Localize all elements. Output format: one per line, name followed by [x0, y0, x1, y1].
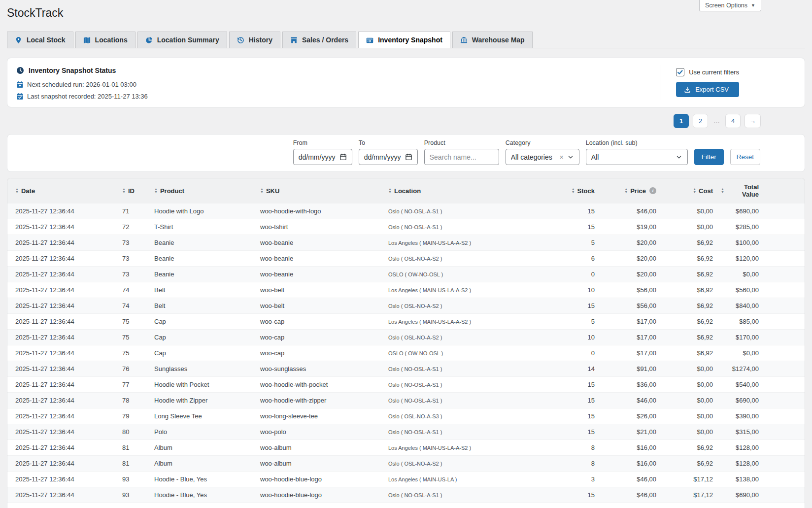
column-header-sku[interactable]: ▲▼SKU	[256, 178, 384, 203]
tab-locations[interactable]: Locations	[75, 32, 135, 48]
page-button-1[interactable]: 1	[674, 114, 689, 128]
calendar-icon[interactable]	[405, 153, 412, 161]
cell-location: Oslo ( OSL-NO-A-S2 )	[384, 298, 542, 314]
cell-sku: woo-album	[256, 456, 384, 472]
column-header-id[interactable]: ▲▼ID	[118, 178, 150, 203]
check-icon	[677, 69, 683, 75]
screen-options-button[interactable]: Screen Options ▼	[699, 0, 761, 11]
tab-inventory-snapshot[interactable]: Inventory Snapshot	[358, 32, 450, 48]
page-button-2[interactable]: 2	[693, 114, 708, 128]
sort-icon: ▲▼	[624, 188, 628, 194]
cell-product: Album	[150, 456, 256, 472]
cell-product: Beanie	[150, 267, 256, 282]
chevron-down-icon: ▼	[751, 3, 755, 8]
cell-product: Hoodie with Zipper	[150, 393, 256, 408]
cell-product: Hoodie with Logo	[150, 203, 256, 219]
table-body: 2025-11-27 12:36:4471Hoodie with Logowoo…	[7, 203, 805, 508]
to-date-input[interactable]: dd/mm/yyyy	[359, 149, 418, 165]
cell-date: 2025-11-27 12:36:44	[7, 314, 118, 330]
column-header-location[interactable]: ▲▼Location	[384, 178, 542, 203]
cell-date: 2025-11-27 12:36:44	[7, 472, 118, 487]
table-row: 2025-11-27 12:36:4474Beltwoo-beltOslo ( …	[7, 298, 805, 314]
export-csv-label: Export CSV	[695, 86, 729, 93]
column-header-product[interactable]: ▲▼Product	[150, 178, 256, 203]
export-section: Use current filters Export CSV	[661, 65, 739, 100]
cell-stock: 15	[542, 298, 599, 314]
from-date-value: dd/mm/yyyy	[299, 153, 336, 161]
cell-product: Beanie	[150, 235, 256, 251]
cell-product: Cap	[150, 314, 256, 330]
cell-date: 2025-11-27 12:36:44	[7, 298, 118, 314]
cell-sku: woo-belt	[256, 282, 384, 298]
cell-cost: $6,92	[660, 298, 717, 314]
inventory-snapshot-table-panel: ▲▼Date▲▼ID▲▼Product▲▼SKU▲▼Location▲▼Stoc…	[7, 178, 805, 508]
table-row: 2025-11-27 12:36:4474Beltwoo-beltLos Ang…	[7, 282, 805, 298]
cell-sku: woo-beanie	[256, 267, 384, 282]
filter-button[interactable]: Filter	[694, 149, 724, 165]
cell-date: 2025-11-27 12:36:44	[7, 361, 118, 377]
cell-total-value: $120,00	[717, 251, 805, 267]
cell-price: $16,00	[599, 440, 660, 456]
category-value: All categories	[511, 153, 556, 161]
cell-location: Los Angeles ( MAIN-US-LA-A-S2 )	[384, 235, 542, 251]
tab-local-stock[interactable]: Local Stock	[7, 32, 73, 48]
tab-sales-orders[interactable]: Sales / Orders	[282, 32, 356, 48]
reset-button[interactable]: Reset	[730, 149, 760, 165]
column-header-price[interactable]: ▲▼Pricei	[599, 178, 660, 203]
cell-cost: $6,92	[660, 267, 717, 282]
calendar-icon[interactable]	[339, 153, 347, 161]
cell-cost: $0,00	[660, 361, 717, 377]
cell-total-value: $840,00	[717, 298, 805, 314]
cell-stock: 6	[542, 251, 599, 267]
cell-sku: woo-hoodie-with-pocket	[256, 377, 384, 393]
cell-stock: 8	[542, 456, 599, 472]
cell-date: 2025-11-27 12:36:44	[7, 424, 118, 440]
next-page-button[interactable]: →	[744, 114, 761, 128]
cell-total-value: $230,00	[717, 503, 805, 508]
cell-stock: 15	[542, 377, 599, 393]
cell-location: Oslo ( OSL-NO-A-S2 )	[384, 251, 542, 267]
cell-total-value: $138,00	[717, 472, 805, 487]
tab-location-summary[interactable]: Location Summary	[137, 32, 227, 48]
cell-cost: $6,92	[660, 282, 717, 298]
table-row: 2025-11-27 12:36:4479Long Sleeve Teewoo-…	[7, 408, 805, 424]
clock-icon	[16, 67, 24, 74]
cell-total-value: $100,00	[717, 235, 805, 251]
tab-label: Warehouse Map	[472, 36, 525, 44]
cell-product: Hoodie - Blue, Yes	[150, 487, 256, 503]
tab-history[interactable]: History	[229, 32, 280, 48]
cell-sku: woo-tshirt	[256, 219, 384, 235]
table-row: 2025-11-27 12:36:4480Polowoo-poloOslo ( …	[7, 424, 805, 440]
tab-warehouse-map[interactable]: Warehouse Map	[452, 32, 533, 48]
cell-id: 93	[118, 472, 150, 487]
column-header-cost[interactable]: ▲▼Cost	[660, 178, 717, 203]
column-header-stock[interactable]: ▲▼Stock	[542, 178, 599, 203]
cell-location: OSLO ( OW-NO-OSL )	[384, 345, 542, 361]
cell-sku: woo-hoodie-with-logo	[256, 203, 384, 219]
cell-price: $17,00	[599, 345, 660, 361]
table-row: 2025-11-27 12:36:4481Albumwoo-albumOslo …	[7, 456, 805, 472]
cell-id: 75	[118, 345, 150, 361]
store-icon	[290, 36, 298, 44]
use-current-filters-checkbox[interactable]	[676, 68, 684, 76]
product-search-input[interactable]	[424, 149, 499, 165]
cell-date: 2025-11-27 12:36:44	[7, 377, 118, 393]
category-select[interactable]: All categories ×	[506, 149, 579, 165]
column-header-total-value[interactable]: ▲▼Total Value	[717, 178, 805, 203]
clear-icon[interactable]: ×	[560, 153, 564, 161]
cell-total-value: $560,00	[717, 282, 805, 298]
cell-location: Oslo ( NO-OSL-A-S1 )	[384, 361, 542, 377]
tab-label: Sales / Orders	[302, 36, 348, 44]
cell-sku: woo-hoodie-blue	[256, 503, 384, 508]
cell-stock: 5	[542, 235, 599, 251]
cell-cost: $6,92	[660, 456, 717, 472]
cell-date: 2025-11-27 12:36:44	[7, 330, 118, 345]
column-header-date[interactable]: ▲▼Date	[7, 178, 118, 203]
page-button-4[interactable]: 4	[725, 114, 741, 128]
from-date-input[interactable]: dd/mm/yyyy	[293, 149, 352, 165]
export-csv-button[interactable]: Export CSV	[676, 82, 739, 97]
cell-id: 71	[118, 203, 150, 219]
cell-total-value: $128,00	[717, 456, 805, 472]
cell-sku: woo-cap	[256, 330, 384, 345]
location-select[interactable]: All	[586, 149, 688, 165]
